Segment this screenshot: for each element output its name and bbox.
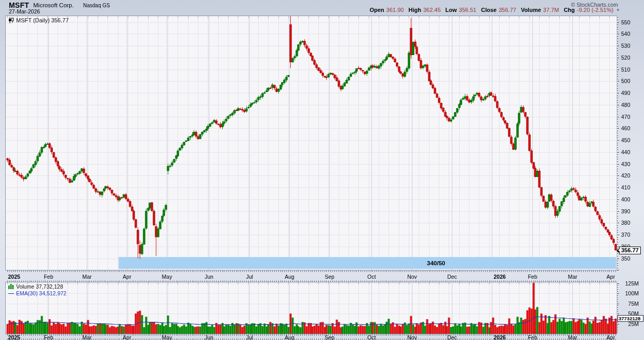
- month-label: Apr: [607, 274, 615, 280]
- y-axis-label: 500: [621, 78, 630, 84]
- quote-item: Open361.90: [370, 7, 404, 13]
- quote-item: Volume37.7M: [521, 7, 559, 13]
- candlestick-icon: [8, 17, 14, 23]
- last-price-label: 356.77: [619, 247, 641, 254]
- month-label: 2026: [494, 334, 506, 340]
- month-label: May: [162, 274, 172, 280]
- month-label: Nov: [407, 274, 417, 280]
- last-volume-label: 37732128: [618, 315, 643, 322]
- y-axis-label: 420: [621, 172, 630, 179]
- y-axis-label: 520: [621, 55, 630, 61]
- y-axis-label: 550: [621, 19, 630, 25]
- quote-value: 356.77: [499, 7, 516, 13]
- y-axis-label: 470: [621, 114, 630, 120]
- month-label: Nov: [407, 334, 417, 340]
- month-label: Feb: [44, 274, 53, 280]
- chart-date: 27-Mar-2026: [9, 8, 40, 15]
- month-label: Jul: [246, 274, 253, 280]
- y-axis-label: 540: [621, 31, 630, 37]
- volume-panel-legend: Volume 37,732,128 — EMA(30) 34,512,972: [8, 283, 66, 296]
- y-axis-label: 440: [621, 149, 630, 155]
- quote-value: 356.51: [459, 7, 477, 13]
- month-label: Sep: [325, 334, 334, 340]
- month-label: Jul: [246, 334, 253, 340]
- month-label: Dec: [447, 334, 457, 340]
- y-axis-label: 430: [621, 161, 630, 167]
- quote-value: -9.20 (-2.51%): [577, 7, 613, 13]
- month-label: Mar: [82, 334, 91, 340]
- month-label: Sep: [325, 274, 334, 280]
- exchange-name: Nasdaq GS: [83, 3, 110, 8]
- support-band-label: 340/50: [427, 260, 445, 266]
- quote-label: Close: [481, 7, 497, 13]
- month-label: Jun: [205, 274, 213, 280]
- quote-label: Chg: [564, 7, 574, 13]
- chart-plot-area[interactable]: [0, 0, 644, 340]
- y-axis-label: 380: [621, 220, 630, 226]
- month-label: Oct: [367, 274, 375, 280]
- quote-value: 361.90: [386, 7, 404, 13]
- volume-axis-label: 125M: [619, 280, 639, 287]
- quote-item: Close356.77: [481, 7, 516, 13]
- y-axis-label: 510: [621, 66, 630, 73]
- quote-label: Open: [370, 7, 384, 13]
- quote-item: High362.45: [408, 7, 440, 13]
- month-label: Apr: [123, 274, 131, 280]
- ema-legend-label: EMA(30) 34,512,972: [16, 290, 66, 296]
- y-axis-label: 480: [621, 102, 630, 108]
- quote-label: Low: [446, 7, 457, 13]
- volume-bars-icon: [8, 283, 14, 289]
- stockcharts-sharpchart: MSFT Microsoft Corp. Nasdaq GS 27-Mar-20…: [0, 0, 644, 340]
- volume-legend-label: Volume 37,732,128: [16, 283, 63, 290]
- month-label: Aug: [285, 334, 294, 340]
- quote-label: Volume: [521, 7, 541, 13]
- month-label: May: [162, 334, 172, 340]
- month-label: Mar: [568, 274, 577, 280]
- y-axis-label: 450: [621, 137, 630, 143]
- y-axis-label: 410: [621, 184, 630, 191]
- month-label: Feb: [528, 334, 537, 340]
- y-axis-label: 490: [621, 90, 630, 96]
- quote-item: Chg-9.20 (-2.51%): [564, 7, 613, 13]
- month-label: Apr: [607, 334, 615, 340]
- month-label: Oct: [367, 334, 375, 340]
- y-axis-label: 400: [621, 196, 630, 202]
- month-label: Feb: [44, 334, 53, 340]
- month-label: 2025: [8, 274, 20, 280]
- month-label: Aug: [285, 274, 294, 280]
- quote-item: Low356.51: [446, 7, 477, 13]
- quote-label: High: [408, 7, 421, 13]
- month-label: Jun: [205, 334, 213, 340]
- ema-line-icon: —: [8, 292, 14, 295]
- month-label: Apr: [123, 334, 131, 340]
- y-axis-label: 530: [621, 43, 630, 49]
- quote-value: 37.7M: [543, 7, 559, 13]
- y-axis-label: 460: [621, 125, 630, 131]
- volume-axis-label: 100M: [619, 290, 639, 296]
- month-label: Dec: [447, 274, 457, 280]
- month-label: Mar: [568, 334, 577, 340]
- y-axis-label: 370: [621, 232, 630, 238]
- volume-axis-label: 75M: [619, 301, 639, 307]
- main-chart-legend: MSFT (Daily) 356.77: [8, 17, 69, 23]
- quote-value: 362.45: [423, 7, 441, 13]
- y-axis-label: 390: [621, 208, 630, 214]
- quote-bar: Open361.90High362.45Low356.51Close356.77…: [370, 7, 620, 13]
- month-label: Feb: [528, 274, 537, 280]
- main-legend-label: MSFT (Daily) 356.77: [16, 17, 69, 23]
- month-label: 2026: [494, 274, 506, 280]
- company-name: Microsoft Corp.: [33, 2, 74, 8]
- y-axis-label: 350: [621, 255, 630, 262]
- month-label: 2025: [8, 334, 20, 340]
- change-down-arrow-icon: ▼: [616, 8, 620, 12]
- month-label: Mar: [82, 274, 91, 280]
